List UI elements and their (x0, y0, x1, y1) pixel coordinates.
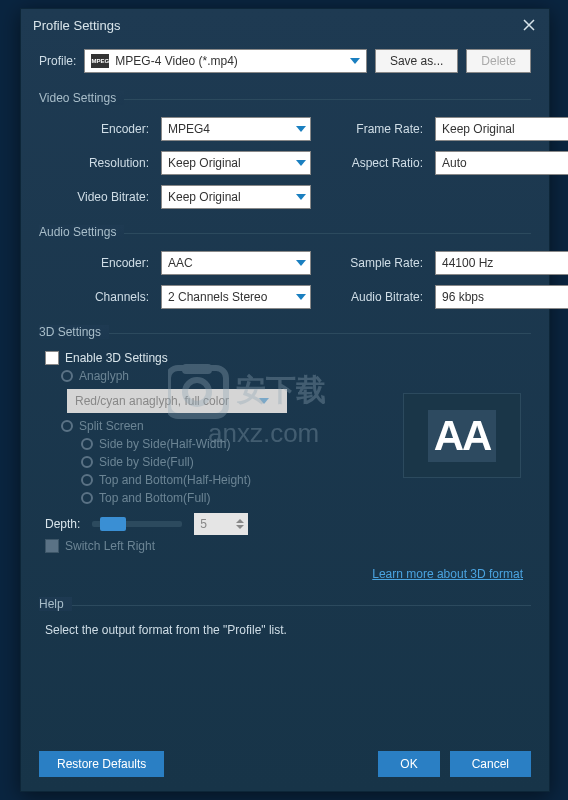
chevron-down-icon (259, 398, 269, 404)
switch-lr-label: Switch Left Right (65, 539, 155, 553)
restore-defaults-button[interactable]: Restore Defaults (39, 751, 164, 777)
delete-button: Delete (466, 49, 531, 73)
depth-row: Depth: 5 (45, 513, 531, 535)
sample-rate-select[interactable]: 44100 Hz (435, 251, 568, 275)
enable-3d-checkbox[interactable] (45, 351, 59, 365)
chevron-down-icon (296, 194, 306, 200)
split-screen-radio (61, 420, 73, 432)
chevron-down-icon (296, 126, 306, 132)
depth-label: Depth: (45, 517, 80, 531)
side-by-side-full-radio (81, 456, 93, 468)
profile-value: MPEG-4 Video (*.mp4) (115, 54, 238, 68)
anaglyph-select: Red/cyan anaglyph, full color (67, 389, 287, 413)
section-title-audio: Audio Settings (39, 225, 531, 239)
video-settings-section: Video Settings Encoder: MPEG4 Frame Rate… (39, 91, 531, 209)
aspect-ratio-select[interactable]: Auto (435, 151, 568, 175)
dialog-body: Profile: MPEG MPEG-4 Video (*.mp4) Save … (21, 41, 549, 667)
section-title-help: Help (39, 597, 531, 611)
audio-encoder-select[interactable]: AAC (161, 251, 311, 275)
audio-bitrate-label: Audio Bitrate: (323, 290, 423, 304)
switch-lr-checkbox (45, 539, 59, 553)
channels-select[interactable]: 2 Channels Stereo (161, 285, 311, 309)
chevron-down-icon (350, 58, 360, 64)
top-bottom-half-radio (81, 474, 93, 486)
enable-3d-row[interactable]: Enable 3D Settings (45, 351, 531, 365)
side-by-side-full-label: Side by Side(Full) (99, 455, 194, 469)
anaglyph-label: Anaglyph (79, 369, 129, 383)
profile-row: Profile: MPEG MPEG-4 Video (*.mp4) Save … (39, 49, 531, 73)
switch-lr-row: Switch Left Right (45, 539, 531, 553)
depth-slider (92, 521, 182, 527)
three-d-preview: AA (403, 393, 521, 478)
window-title: Profile Settings (33, 18, 120, 33)
split-screen-label: Split Screen (79, 419, 144, 433)
resolution-select[interactable]: Keep Original (161, 151, 311, 175)
audio-encoder-label: Encoder: (49, 256, 149, 270)
chevron-down-icon (296, 294, 306, 300)
footer: Restore Defaults OK Cancel (39, 751, 531, 777)
ok-button[interactable]: OK (378, 751, 439, 777)
chevron-down-icon (296, 160, 306, 166)
profile-label: Profile: (39, 54, 76, 68)
slider-thumb (100, 517, 126, 531)
profile-select[interactable]: MPEG MPEG-4 Video (*.mp4) (84, 49, 367, 73)
depth-spinner: 5 (194, 513, 248, 535)
learn-more-3d-link[interactable]: Learn more about 3D format (372, 567, 523, 581)
anaglyph-radio-row: Anaglyph (61, 369, 531, 383)
section-title-3d: 3D Settings (39, 325, 531, 339)
section-title-video: Video Settings (39, 91, 531, 105)
resolution-label: Resolution: (49, 156, 149, 170)
audio-settings-section: Audio Settings Encoder: AAC Sample Rate:… (39, 225, 531, 309)
top-bottom-full-radio (81, 492, 93, 504)
frame-rate-select[interactable]: Keep Original (435, 117, 568, 141)
video-encoder-label: Encoder: (49, 122, 149, 136)
close-icon (523, 19, 535, 31)
video-encoder-select[interactable]: MPEG4 (161, 117, 311, 141)
aspect-ratio-label: Aspect Ratio: (323, 156, 423, 170)
preview-text: AA (428, 410, 497, 462)
anaglyph-radio (61, 370, 73, 382)
frame-rate-label: Frame Rate: (323, 122, 423, 136)
spinner-arrows-icon (236, 519, 244, 529)
help-text: Select the output format from the "Profi… (45, 623, 531, 637)
side-by-side-half-label: Side by Side(Half-Width) (99, 437, 230, 451)
titlebar: Profile Settings (21, 9, 549, 41)
video-bitrate-select[interactable]: Keep Original (161, 185, 311, 209)
top-bottom-half-label: Top and Bottom(Half-Height) (99, 473, 251, 487)
channels-label: Channels: (49, 290, 149, 304)
format-icon: MPEG (91, 54, 109, 68)
audio-bitrate-select[interactable]: 96 kbps (435, 285, 568, 309)
top-bottom-full-label: Top and Bottom(Full) (99, 491, 210, 505)
help-section: Help Select the output format from the "… (39, 597, 531, 637)
sample-rate-label: Sample Rate: (323, 256, 423, 270)
save-as-button[interactable]: Save as... (375, 49, 458, 73)
side-by-side-half-radio (81, 438, 93, 450)
cancel-button[interactable]: Cancel (450, 751, 531, 777)
chevron-down-icon (296, 260, 306, 266)
video-bitrate-label: Video Bitrate: (49, 190, 149, 204)
profile-settings-dialog: Profile Settings Profile: MPEG MPEG-4 Vi… (20, 8, 550, 792)
enable-3d-label: Enable 3D Settings (65, 351, 168, 365)
close-button[interactable] (521, 17, 537, 33)
